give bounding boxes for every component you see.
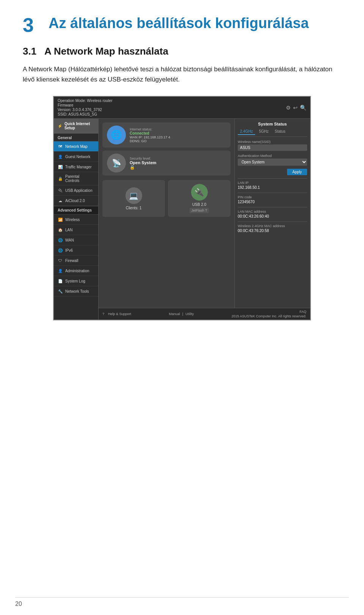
security-level-label: Security level: (130, 157, 156, 160)
lan-mac-label: LAN MAC address (238, 210, 307, 213)
divider-3 (238, 207, 307, 207)
usb-box[interactable]: 🔌 USB 2.0 JetFlash T (168, 180, 231, 217)
sidebar-quick-setup[interactable]: ⚡ Quick Internet Setup (54, 119, 98, 133)
tab-status[interactable]: Status (272, 129, 287, 135)
operation-mode: Operation Mode: Wireless router (58, 99, 113, 103)
firewall-icon: 🛡 (58, 258, 63, 263)
sidebar-item-guest-network[interactable]: 👤 Guest Network (54, 152, 98, 162)
network-map-area: 🌐 Internet status: Connected WAN IP: 192… (99, 119, 234, 308)
ddns: DDNS: GO (130, 139, 170, 143)
internet-status-label: Internet status: (130, 127, 170, 131)
internet-info: Internet status: Connected WAN IP: 192.1… (130, 127, 170, 143)
ipv6-icon: 🌐 (58, 248, 63, 253)
router-body: ⚡ Quick Internet Setup General 🗺 Network… (54, 119, 310, 320)
wan-icon: 🌐 (58, 237, 63, 243)
network-tools-label: Network Tools (65, 289, 89, 293)
sidebar-item-wireless[interactable]: 📶 Wireless (54, 215, 98, 225)
sidebar-item-usb-application[interactable]: 🔌 USB Application (54, 185, 98, 196)
security-lock-icon: 🔒 (130, 165, 135, 169)
status-tabs: 2.4GHz 5GHz Status (238, 129, 307, 137)
internet-icon: 🌐 (107, 126, 126, 144)
system-log-label: System Log (65, 279, 85, 283)
section-title: 3.1 A Network Map használata (23, 45, 341, 57)
router-icon: 📡 (107, 154, 126, 173)
pin-code-field: PIN code 12345670 (238, 195, 307, 204)
section-heading: A Network Map használata (44, 45, 168, 57)
tab-5ghz[interactable]: 5GHz (257, 129, 271, 135)
sidebar-item-ipv6[interactable]: 🌐 IPv6 (54, 245, 98, 256)
sidebar-item-firewall[interactable]: 🛡 Firewall (54, 256, 98, 266)
ipv6-label: IPv6 (65, 248, 73, 253)
lan-ip-label: LAN IP (238, 181, 307, 185)
security-info: Security level: Open System 🔒 (130, 157, 156, 170)
footer-center-links: Manual | Utility (169, 312, 194, 316)
sidebar-item-network-tools[interactable]: 🔧 Network Tools (54, 286, 98, 297)
lan-ip-field: LAN IP 192.168.50.1 (238, 181, 307, 190)
system-status-panel: System Status 2.4GHz 5GHz Status Wireles… (234, 119, 310, 308)
router-footer: ? Help & Support Manual | Utility FAQ 20… (99, 308, 310, 320)
traffic-manager-icon: 📊 (58, 164, 63, 169)
page-footer: 20 (15, 597, 349, 607)
footer-right: FAQ 2015 ASUSTeK Computer Inc. All right… (231, 310, 306, 318)
help-icon: ? (102, 312, 104, 316)
sidebar-item-aicloud[interactable]: ☁ AiCloud 2.0 (54, 196, 98, 206)
help-support-link[interactable]: Help & Support (108, 312, 131, 316)
manual-link[interactable]: Manual (169, 312, 180, 316)
apply-button[interactable]: Apply (287, 169, 307, 175)
copyright: 2015 ASUSTeK Computer Inc. All rights re… (231, 314, 306, 318)
lan-ip-value: 192.168.50.1 (238, 185, 307, 190)
quick-setup-icon: ⚡ (58, 124, 62, 128)
chapter-title: Az általános beállítások konfigurálása (49, 15, 309, 32)
aicloud-label: AiCloud 2.0 (65, 199, 85, 203)
network-map-label: Network Map (65, 144, 88, 149)
ssid-info: SSID: ASUS ASUS_5G (58, 112, 113, 116)
firewall-label: Firewall (65, 259, 78, 263)
sidebar-item-parental-controls[interactable]: 🔒 Parental Controls (54, 172, 98, 185)
administration-label: Administration (65, 269, 89, 273)
quick-setup-label: Quick Internet Setup (64, 122, 94, 130)
wireless-label: Wireless (65, 218, 80, 222)
sidebar-item-administration[interactable]: 👤 Administration (54, 266, 98, 276)
usb-application-icon: 🔌 (58, 188, 63, 193)
wireless-mac-value: 00:0C:43:76:20:58 (238, 229, 307, 233)
internet-box[interactable]: 🌐 Internet status: Connected WAN IP: 192… (102, 122, 231, 147)
tab-2ghz[interactable]: 2.4GHz (238, 129, 255, 135)
topbar-info: Operation Mode: Wireless router Firmware… (58, 99, 113, 116)
clients-box[interactable]: 💻 Clients: 1 (102, 180, 165, 217)
wireless-mac-label: Wireless 2.4GHz MAC address (238, 224, 307, 228)
bottom-device-row: 💻 Clients: 1 🔌 USB 2.0 JetFlash T (102, 180, 231, 217)
divider-1 (238, 178, 307, 179)
wan-label: WAN (65, 238, 74, 242)
sidebar-item-traffic-manager[interactable]: 📊 Traffic Manager (54, 162, 98, 172)
administration-icon: 👤 (58, 268, 63, 273)
search-icon: 🔍 (300, 105, 306, 111)
clients-label: Clients: 1 (126, 206, 142, 210)
topbar-icons: ⚙ ↩ 🔍 (286, 105, 306, 111)
sidebar-item-system-log[interactable]: 📄 System Log (54, 276, 98, 286)
router-topbar: Operation Mode: Wireless router Firmware… (54, 97, 310, 119)
faq-link[interactable]: FAQ (300, 310, 306, 314)
guest-network-icon: 👤 (58, 154, 63, 159)
system-status-header: System Status (238, 122, 307, 126)
router-security-box[interactable]: 📡 Security level: Open System 🔒 (102, 151, 231, 176)
sidebar-advanced-header: Advanced Settings (54, 206, 98, 215)
lan-label: LAN (65, 228, 72, 232)
parental-controls-icon: 🔒 (58, 176, 63, 181)
auth-method-select[interactable]: Open System (238, 158, 307, 166)
clients-icon: 💻 (126, 187, 142, 204)
auth-method-label: Authentication Method (238, 154, 307, 158)
parental-controls-label: Parental Controls (65, 174, 94, 183)
sidebar-item-wan[interactable]: 🌐 WAN (54, 235, 98, 245)
aicloud-icon: ☁ (58, 198, 63, 203)
page-number: 20 (15, 601, 22, 607)
body-text: A Network Map (Hálózattérkép) lehetővé t… (23, 64, 341, 85)
sidebar-item-network-map[interactable]: 🗺 Network Map (54, 141, 98, 152)
network-map-icon: 🗺 (58, 144, 63, 149)
pin-code-value: 12345670 (238, 200, 307, 204)
sidebar-item-lan[interactable]: 🏠 LAN (54, 225, 98, 235)
guest-network-label: Guest Network (65, 155, 90, 159)
utility-link[interactable]: Utility (185, 312, 194, 316)
wireless-name-field: Wireless name(SSID) ASUS (238, 140, 307, 151)
router-sidebar: ⚡ Quick Internet Setup General 🗺 Network… (54, 119, 99, 320)
traffic-manager-label: Traffic Manager (65, 165, 91, 169)
